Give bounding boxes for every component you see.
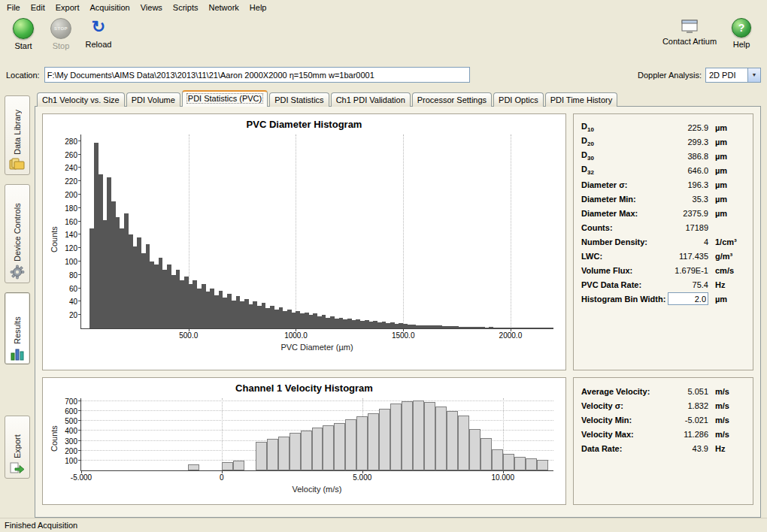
stat-value: -5.021 [662, 416, 708, 425]
help-button[interactable]: Help [728, 18, 755, 49]
histogram-bar [334, 423, 345, 470]
sidebar-item-export[interactable]: Export [5, 416, 30, 479]
tab-pdi-statistics-pvc[interactable]: PDI Statistics (PVC) [182, 90, 268, 107]
stat-row: Velocity Max:11.286m/s [581, 427, 745, 441]
stat-label: PVC Data Rate: [581, 280, 641, 289]
y-tick-label: 240 [65, 164, 77, 172]
contact-artium-label: Contact Artium [662, 37, 717, 46]
histogram-bar [458, 416, 469, 470]
histogram-bar [290, 433, 301, 470]
menu-item-edit[interactable]: Edit [26, 2, 50, 14]
stat-unit: m/s [708, 401, 745, 410]
stat-row: D10225.9µm [581, 120, 745, 135]
histogram-bar [424, 402, 435, 470]
menu-item-scripts[interactable]: Scripts [168, 2, 204, 14]
histogram-bar [413, 401, 424, 470]
start-button[interactable]: Start [5, 18, 42, 50]
stat-row: Velocity Min:-5.021m/s [581, 413, 745, 427]
tab-pdi-time-history[interactable]: PDI Time History [545, 92, 618, 107]
y-tick-label: 300 [65, 437, 77, 445]
y-tick-label: 120 [65, 244, 77, 252]
stat-unit: g/m³ [708, 252, 745, 261]
histogram-bar [469, 429, 481, 470]
stat-unit: µm [708, 195, 745, 204]
velocity-histogram-plot: -5.00005.00010.000100200300400500600700 [80, 398, 553, 471]
tab-page: PVC Diameter Histogram Counts 500.01000.… [35, 106, 761, 518]
tab-ch1-pdi-validation[interactable]: Ch1 PDI Validation [331, 92, 411, 107]
results-icon [10, 347, 25, 361]
contact-artium-button[interactable]: Contact Artium [662, 18, 717, 49]
location-input[interactable] [44, 67, 470, 83]
tab-label: PDI Statistics [274, 95, 323, 104]
reload-button[interactable]: Reload [80, 18, 117, 49]
x-tick-label: 1000.0 [284, 331, 308, 340]
stat-row: Volume Flux:1.679E-1cm/s [581, 263, 745, 277]
menu-item-views[interactable]: Views [135, 2, 168, 14]
menu-item-network[interactable]: Network [203, 2, 244, 14]
device-controls-icon [10, 264, 25, 280]
histogram-bar [379, 409, 390, 470]
tab-processor-settings[interactable]: Processor Settings [412, 92, 492, 107]
stat-value: 43.9 [662, 444, 708, 453]
stat-value: 11.286 [662, 430, 708, 439]
pvc-y-axis-label: Counts [49, 135, 59, 344]
stat-row: Diameter Max:2375.9µm [581, 206, 745, 220]
tab-ch1-velocity-vs-size[interactable]: Ch1 Velocity vs. Size [37, 92, 125, 107]
stat-value: 196.3 [662, 180, 708, 189]
stat-label: Diameter Min: [581, 195, 636, 204]
stat-unit: µm [708, 152, 745, 161]
menu-item-help[interactable]: Help [244, 2, 272, 14]
histogram-bar [312, 428, 323, 470]
histogram-bar [549, 328, 553, 328]
tab-label: PDI Volume [132, 95, 175, 104]
content-area: Ch1 Velocity vs. SizePDI VolumePDI Stati… [35, 85, 767, 518]
x-tick-label: 2000.0 [499, 331, 523, 340]
stat-value: 299.3 [662, 138, 708, 147]
stat-unit: µm [708, 209, 745, 218]
chevron-down-icon[interactable] [747, 68, 760, 82]
tab-pdi-optics[interactable]: PDI Optics [493, 92, 544, 107]
stat-row: Diameter σ:196.3µm [581, 177, 745, 192]
stat-value: 117.435 [662, 252, 708, 261]
histogram-bin-width-input[interactable] [668, 292, 708, 305]
velocity-y-axis-label: Counts [49, 398, 59, 479]
stat-value: 75.4 [662, 280, 708, 289]
stat-unit: Hz [708, 280, 745, 289]
y-tick-mark [78, 180, 81, 181]
menu-item-acquisition[interactable]: Acquisition [85, 2, 135, 14]
stat-label: Velocity σ: [581, 401, 623, 410]
stat-label: D20 [581, 136, 594, 147]
pvc-stats-panel: D10225.9µmD20299.3µmD30386.8µmD32646.0µm… [573, 113, 753, 370]
histogram-bar [492, 449, 503, 470]
sidebar-item-results[interactable]: Results [5, 292, 30, 364]
histogram-bar [390, 404, 402, 470]
stat-value: 5.051 [662, 387, 708, 396]
data-library-icon [9, 158, 26, 171]
y-tick-label: 180 [65, 204, 77, 212]
stat-unit: µm [708, 123, 745, 132]
y-tick-mark [78, 221, 81, 222]
stat-value: 4 [662, 237, 708, 246]
doppler-analysis-select[interactable]: 2D PDI [705, 68, 761, 83]
stat-label: Volume Flux: [581, 266, 632, 275]
help-label: Help [733, 40, 750, 49]
menu-item-export[interactable]: Export [50, 2, 85, 14]
histogram-bar [447, 411, 458, 470]
menu-item-file[interactable]: File [2, 2, 26, 14]
stat-label: Histogram Bin Width: [581, 295, 665, 304]
stat-label: Diameter σ: [581, 180, 627, 189]
tab-pdi-volume[interactable]: PDI Volume [126, 92, 180, 107]
tab-pdi-statistics[interactable]: PDI Statistics [269, 92, 329, 107]
y-tick-mark [78, 450, 81, 451]
histogram-bar [435, 407, 447, 470]
stat-row: D30386.8µm [581, 149, 745, 163]
stat-value: 1.679E-1 [662, 266, 708, 275]
stat-value: 2375.9 [662, 209, 708, 218]
contact-artium-icon [680, 18, 699, 35]
stat-unit: µm [708, 180, 745, 189]
x-tick-label: -5.000 [71, 473, 92, 482]
sidebar-item-data-library[interactable]: Data Library [5, 95, 30, 175]
sidebar-item-device-controls[interactable]: Device Controls [5, 184, 30, 283]
status-text: Finished Acquisition [5, 521, 77, 530]
histogram-bar [526, 458, 537, 470]
